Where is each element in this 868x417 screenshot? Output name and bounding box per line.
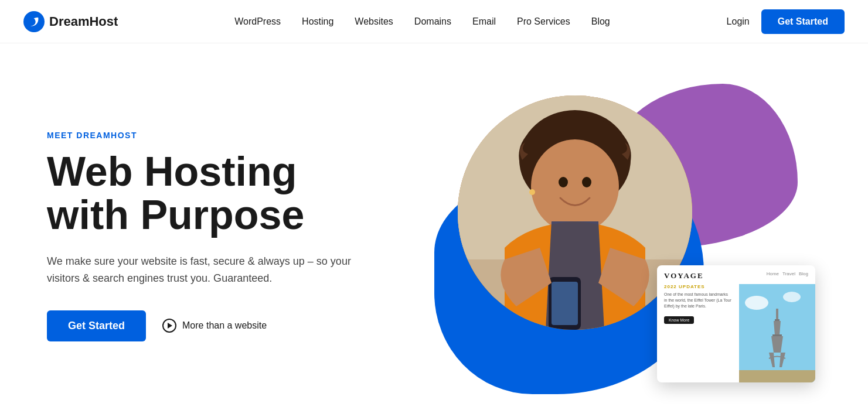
hero-content: MEET DREAMHOST Web Hosting with Purpose … (47, 131, 363, 341)
voyage-image (739, 284, 815, 382)
voyage-card-header: VOYAGE Home Travel Blog (657, 265, 815, 284)
voyage-card-nav: Home Travel Blog (767, 271, 808, 276)
nav-get-started-button[interactable]: Get Started (761, 9, 845, 34)
hero-title: Web Hosting with Purpose (47, 151, 363, 237)
nav-right: Login Get Started (727, 9, 845, 34)
nav-item-pro-services[interactable]: Pro Services (517, 16, 570, 27)
voyage-card-body: 2022 UPDATES One of the most famous land… (657, 284, 815, 382)
voyage-nav-home: Home (767, 271, 779, 276)
hero-secondary-cta[interactable]: More than a website (162, 319, 267, 333)
hero-secondary-label: More than a website (182, 320, 267, 331)
voyage-nav-blog: Blog (799, 271, 808, 276)
logo[interactable]: DreamHost (23, 11, 118, 32)
svg-point-13 (783, 292, 801, 302)
svg-point-1 (27, 17, 35, 25)
hero-eyebrow: MEET DREAMHOST (47, 131, 363, 140)
hero-subtitle: We make sure your website is fast, secur… (47, 253, 363, 287)
hero-get-started-button[interactable]: Get Started (47, 310, 146, 341)
svg-point-5 (531, 139, 619, 233)
nav-item-wordpress[interactable]: WordPress (234, 16, 281, 27)
svg-point-7 (582, 177, 591, 187)
nav-item-websites[interactable]: Websites (355, 16, 393, 27)
nav-item-blog[interactable]: Blog (591, 16, 610, 27)
voyage-nav-travel: Travel (782, 271, 795, 276)
voyage-know-more-button[interactable]: Know More (664, 316, 694, 324)
brand-name: DreamHost (49, 14, 118, 29)
play-icon (162, 319, 176, 333)
voyage-card: VOYAGE Home Travel Blog 2022 UPDATES One… (657, 265, 815, 382)
hero-actions: Get Started More than a website (47, 310, 363, 341)
hero-title-line1: Web Hosting (47, 149, 297, 194)
svg-rect-14 (739, 370, 815, 382)
navbar: DreamHost WordPress Hosting Websites Dom… (0, 0, 868, 43)
voyage-card-title: VOYAGE (664, 271, 704, 281)
svg-rect-10 (552, 282, 578, 325)
login-link[interactable]: Login (727, 16, 750, 27)
voyage-card-right (739, 284, 815, 382)
hero-section: MEET DREAMHOST Web Hosting with Purpose … (0, 43, 868, 417)
nav-item-domains[interactable]: Domains (414, 16, 451, 27)
nav-item-email[interactable]: Email (472, 16, 496, 27)
svg-point-6 (559, 177, 568, 187)
nav-item-hosting[interactable]: Hosting (302, 16, 333, 27)
eiffel-tower-svg (739, 284, 815, 382)
voyage-year-label: 2022 UPDATES (664, 284, 732, 289)
hero-visual: VOYAGE Home Travel Blog 2022 UPDATES One… (423, 72, 821, 400)
svg-point-8 (529, 189, 535, 195)
svg-rect-15 (776, 309, 778, 320)
hero-title-line2: with Purpose (47, 192, 304, 238)
svg-point-12 (745, 296, 768, 310)
svg-rect-16 (775, 319, 780, 321)
voyage-card-left: 2022 UPDATES One of the most famous land… (657, 284, 739, 382)
nav-links: WordPress Hosting Websites Domains Email… (234, 16, 610, 27)
svg-rect-17 (772, 334, 782, 336)
voyage-body-text: One of the most famous landmarks in the … (664, 292, 732, 309)
